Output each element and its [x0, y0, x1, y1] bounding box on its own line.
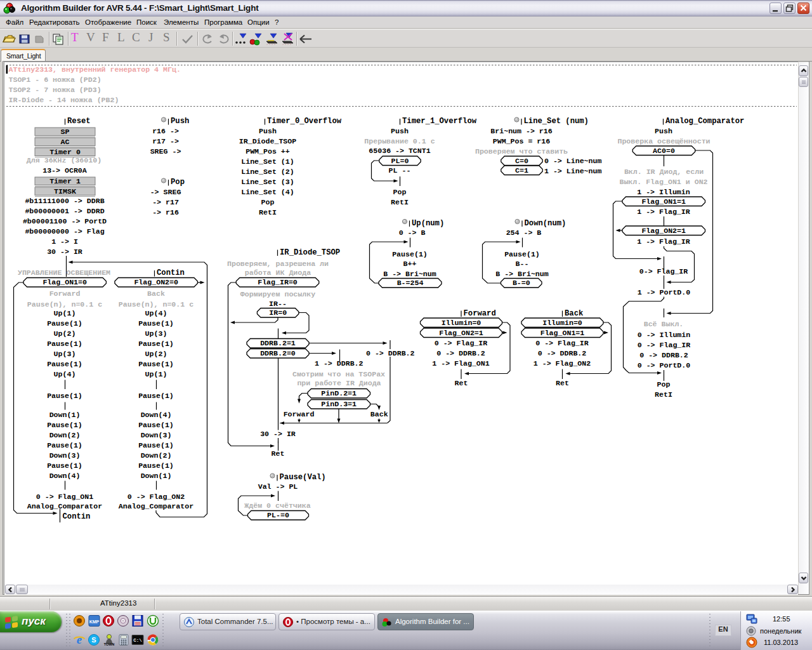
- svg-text:Проверка освещённости: Проверка освещённости: [617, 137, 710, 145]
- svg-text:r16 ->: r16 ->: [152, 127, 179, 135]
- svg-text:C=0: C=0: [515, 157, 528, 165]
- svg-text:Pause(n), n=0.1 с: Pause(n), n=0.1 с: [27, 300, 102, 308]
- svg-text:Pause(1): Pause(1): [138, 461, 174, 470]
- svg-text:Forward: Forward: [464, 309, 496, 318]
- svg-text:Pause(1): Pause(1): [138, 441, 174, 449]
- svg-text:Analog_Comparator: Analog_Comparator: [119, 502, 193, 510]
- svg-text:0 -> DDRB.2: 0 -> DDRB.2: [538, 349, 587, 357]
- svg-text:Всё Выкл.: Всё Выкл.: [644, 320, 684, 328]
- svg-text:Pause(1): Pause(1): [47, 461, 82, 470]
- svg-text:УПРАВЛЕНИЕ ОСВЕЩЕНИЕМ: УПРАВЛЕНИЕ ОСВЕЩЕНИЕМ: [18, 269, 110, 277]
- svg-text:Flag_ON2=1: Flag_ON2=1: [641, 227, 686, 235]
- svg-text:B--: B--: [516, 260, 529, 268]
- svg-text:B++: B++: [403, 260, 417, 268]
- svg-text:1 -> Illumin: 1 -> Illumin: [637, 188, 690, 196]
- svg-text:IR-Diode - 14 ножка (PB2): IR-Diode - 14 ножка (PB2): [9, 96, 119, 104]
- svg-text:Down(4): Down(4): [49, 472, 81, 480]
- svg-text:0 -> DDRB.2: 0 -> DDRB.2: [366, 349, 415, 357]
- svg-text:Ret: Ret: [556, 379, 569, 387]
- svg-text:Push: Push: [655, 127, 672, 135]
- svg-text:Pause(n), n=0.1 с: Pause(n), n=0.1 с: [119, 300, 193, 308]
- svg-text:Line_Set (1): Line_Set (1): [241, 157, 294, 166]
- svg-text:IR=0: IR=0: [269, 308, 287, 317]
- svg-text:30 -> IR: 30 -> IR: [260, 430, 296, 438]
- svg-text:C:\: C:\: [133, 638, 142, 643]
- svg-text:0 -> DDRB.2: 0 -> DDRB.2: [436, 349, 485, 357]
- svg-text:13-> OCR0A: 13-> OCR0A: [43, 166, 87, 175]
- svg-text:Analog_Comparator: Analog_Comparator: [665, 117, 744, 126]
- svg-text:Line_Set (num): Line_Set (num): [524, 117, 589, 126]
- svg-text:Pause(1): Pause(1): [504, 250, 540, 258]
- svg-text:PWM_Pos ++: PWM_Pos ++: [246, 147, 290, 156]
- svg-text:Push: Push: [171, 117, 189, 126]
- svg-text:0 -> Flag_ON1: 0 -> Flag_ON1: [36, 493, 93, 501]
- svg-text:Illumin=0: Illumin=0: [442, 319, 481, 327]
- svg-text:Line_Set (4): Line_Set (4): [241, 188, 294, 196]
- svg-text:PWM_Pos = r16: PWM_Pos = r16: [493, 137, 550, 145]
- svg-text:1 -> DDRB.2: 1 -> DDRB.2: [315, 359, 363, 368]
- svg-text:0-> Flag_IR: 0-> Flag_IR: [639, 267, 688, 275]
- svg-text:SREG ->: SREG ->: [150, 147, 181, 156]
- svg-text:1 -> Line~num: 1 -> Line~num: [544, 167, 601, 175]
- svg-text:Pause(1): Pause(1): [138, 421, 174, 429]
- svg-text:Timer_1_Overflow: Timer_1_Overflow: [402, 117, 477, 126]
- svg-text:PinD.3=1: PinD.3=1: [321, 400, 357, 408]
- svg-text:работа ИК Диода: работа ИК Диода: [245, 269, 311, 277]
- svg-text:RetI: RetI: [259, 208, 277, 216]
- svg-text:0 -> B: 0 -> B: [399, 229, 426, 237]
- svg-text:Timer 0: Timer 0: [49, 148, 81, 156]
- svg-text:Reset: Reset: [67, 117, 91, 126]
- svg-text:Down(2): Down(2): [49, 431, 81, 439]
- svg-text:-> SREG: -> SREG: [150, 188, 181, 196]
- svg-text:Back: Back: [565, 309, 583, 318]
- svg-text:0 -> PortD.0: 0 -> PortD.0: [638, 361, 691, 369]
- svg-text:B -> Bri~num: B -> Bri~num: [495, 270, 549, 278]
- svg-text:TOWN: TOWN: [104, 642, 115, 646]
- svg-text:Up(num): Up(num): [412, 219, 444, 228]
- svg-text:Down(num): Down(num): [525, 219, 566, 228]
- svg-text:1 -> Flag_ON1: 1 -> Flag_ON1: [432, 359, 489, 368]
- svg-text:S: S: [91, 636, 96, 644]
- svg-text:Pause(1): Pause(1): [47, 360, 82, 368]
- svg-text:IR_Diode_TSOP: IR_Diode_TSOP: [280, 248, 340, 257]
- svg-text:Pause(1): Pause(1): [47, 441, 82, 449]
- svg-text:65036 -> TCNT1: 65036 -> TCNT1: [369, 147, 430, 155]
- svg-text:Forward: Forward: [49, 289, 81, 298]
- svg-text:0 -> Flag_IR: 0 -> Flag_IR: [638, 341, 691, 349]
- svg-text:Flag_ON2=1: Flag_ON2=1: [439, 329, 483, 337]
- svg-text:Прерывание 0.1 с: Прерывание 0.1 с: [364, 137, 435, 145]
- svg-text:Вкл. IR Диод, если: Вкл. IR Диод, если: [624, 168, 704, 176]
- svg-text:Flag_ON1=1: Flag_ON1=1: [641, 197, 686, 206]
- svg-text:Push: Push: [259, 127, 277, 135]
- svg-text:Timer 1: Timer 1: [49, 177, 81, 185]
- svg-text:TSOP1 - 6 ножка (PD2): TSOP1 - 6 ножка (PD2): [9, 76, 102, 84]
- svg-text:Up(4): Up(4): [145, 309, 167, 317]
- svg-text:Illumin=0: Illumin=0: [542, 319, 582, 327]
- svg-text:Pause(1): Pause(1): [47, 392, 82, 400]
- svg-text:PinD.2=1: PinD.2=1: [321, 389, 357, 397]
- svg-text:TSOP2 - 7 ножка (PD3): TSOP2 - 7 ножка (PD3): [9, 86, 102, 94]
- svg-text:SP: SP: [61, 128, 70, 136]
- svg-text:Line_Set (3): Line_Set (3): [241, 178, 294, 186]
- svg-text:Val -> PL: Val -> PL: [258, 482, 298, 491]
- svg-text:Up(2): Up(2): [54, 329, 76, 338]
- svg-text:ATtiny2313, внутренний генерат: ATtiny2313, внутренний генератор 4 МГц.: [9, 65, 181, 74]
- svg-text:Формируем посылку: Формируем посылку: [240, 290, 315, 298]
- svg-text:Up(1): Up(1): [54, 309, 76, 317]
- svg-text:Pause(1): Pause(1): [138, 360, 174, 368]
- svg-text:Flag_ON1=1: Flag_ON1=1: [540, 329, 585, 337]
- svg-text:Pop: Pop: [657, 380, 671, 388]
- svg-text:Down(3): Down(3): [141, 431, 172, 439]
- svg-text:Смотрим что на TSOPах: Смотрим что на TSOPах: [292, 370, 385, 378]
- svg-text:0 -> Flag_ON2: 0 -> Flag_ON2: [128, 493, 185, 501]
- svg-text:Проверяем, разрешена ли: Проверяем, разрешена ли: [227, 260, 329, 268]
- svg-text:C=1: C=1: [515, 166, 528, 175]
- svg-text:Pause(Val): Pause(Val): [280, 473, 326, 482]
- svg-text:0 -> Illumin: 0 -> Illumin: [638, 331, 691, 339]
- svg-text:Down(3): Down(3): [49, 451, 81, 460]
- svg-text:Ret: Ret: [455, 379, 468, 387]
- svg-text:Pause(1): Pause(1): [47, 319, 82, 328]
- svg-text:Push: Push: [391, 127, 409, 135]
- svg-text:Bri~num -> r16: Bri~num -> r16: [490, 127, 552, 135]
- svg-text:Back: Back: [147, 289, 165, 298]
